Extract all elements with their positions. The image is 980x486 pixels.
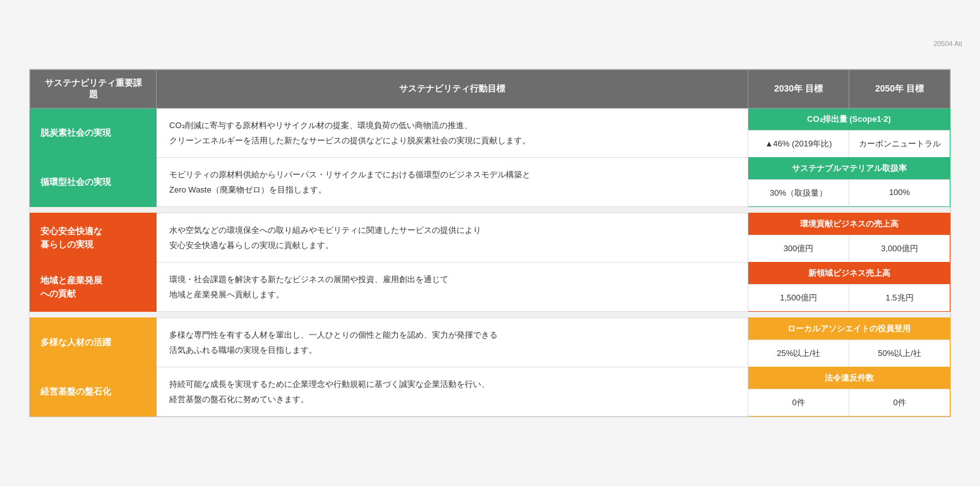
action-cell-row3: 水や空気などの環境保全への取り組みやモビリティに関連したサービスの提供により 安…	[157, 213, 748, 263]
data-row-row2: 循環型社会の実現モビリティの原材料供給からリパーパス・リサイクルまでにおける循環…	[30, 158, 950, 207]
val-2030-row3: 300億円	[748, 235, 849, 262]
val-2050-row4: 1.5兆円	[849, 284, 950, 311]
group-spacer	[30, 207, 950, 213]
issue-cell-row4: 地域と産業発展 への貢献	[30, 263, 157, 312]
issue-cell-row3: 安心安全快適な 暮らしの実現	[30, 213, 157, 263]
val-2050-row1: カーボンニュートラル	[849, 130, 950, 157]
watermark: 20504 Ati	[933, 40, 962, 47]
issue-cell-row5: 多様な人材の活躍	[30, 318, 157, 367]
val-2050-row6: 0件	[849, 389, 950, 416]
val-2030-row6: 0件	[748, 389, 849, 416]
target-label-row3: 環境貢献ビジネスの売上高	[748, 213, 950, 235]
target-cell-row6: 法令違反件数0件0件	[748, 367, 950, 417]
action-cell-row5: 多様な専門性を有する人材を輩出し、一人ひとりの個性と能力を認め、実力が発揮できる…	[157, 318, 748, 367]
action-cell-row4: 環境・社会課題を解決する新たなビジネスの展開や投資、雇用創出を通じて 地域と産業…	[157, 263, 748, 312]
target-cell-row4: 新領域ビジネス売上高1,500億円1.5兆円	[748, 263, 950, 312]
val-2050-row5: 50%以上/社	[849, 340, 950, 367]
main-table: サステナビリティ重要課題 サステナビリティ行動目標 2030年 目標 2050年…	[30, 69, 950, 417]
group-spacer	[30, 312, 950, 318]
header-col4: 2050年 目標	[849, 70, 950, 109]
val-2030-row4: 1,500億円	[748, 284, 849, 311]
val-2030-row1: ▲46% (2019年比)	[748, 130, 849, 157]
target-label-row2: サステナブルマテリアル取扱率	[748, 158, 950, 179]
target-cell-row2: サステナブルマテリアル取扱率30%（取扱量）100%	[748, 158, 950, 207]
val-2030-row5: 25%以上/社	[748, 340, 849, 367]
target-label-row4: 新領域ビジネス売上高	[748, 263, 950, 284]
target-label-row5: ローカルアソシエイトの役員登用	[748, 318, 950, 340]
header-row: サステナビリティ重要課題 サステナビリティ行動目標 2030年 目標 2050年…	[30, 70, 950, 109]
data-row-row4: 地域と産業発展 への貢献環境・社会課題を解決する新たなビジネスの展開や投資、雇用…	[30, 263, 950, 312]
issue-cell-row2: 循環型社会の実現	[30, 158, 157, 207]
header-col1: サステナビリティ重要課題	[30, 70, 157, 109]
data-row-row3: 安心安全快適な 暮らしの実現水や空気などの環境保全への取り組みやモビリティに関連…	[30, 213, 950, 263]
val-2050-row2: 100%	[849, 179, 950, 206]
val-2030-row2: 30%（取扱量）	[748, 179, 849, 206]
action-cell-row2: モビリティの原材料供給からリパーパス・リサイクルまでにおける循環型のビジネスモデ…	[157, 158, 748, 207]
val-2050-row3: 3,000億円	[849, 235, 950, 262]
sustainability-table: サステナビリティ重要課題 サステナビリティ行動目標 2030年 目標 2050年…	[29, 69, 951, 417]
action-cell-row1: CO₂削減に寄与する原材料やリサイクル材の提案、環境負荷の低い商物流の推進、 ク…	[157, 109, 748, 158]
data-row-row1: 脱炭素社会の実現CO₂削減に寄与する原材料やリサイクル材の提案、環境負荷の低い商…	[30, 109, 950, 158]
data-row-row5: 多様な人材の活躍多様な専門性を有する人材を輩出し、一人ひとりの個性と能力を認め、…	[30, 318, 950, 367]
issue-cell-row1: 脱炭素社会の実現	[30, 109, 157, 158]
target-cell-row5: ローカルアソシエイトの役員登用25%以上/社50%以上/社	[748, 318, 950, 367]
issue-cell-row6: 経営基盤の盤石化	[30, 367, 157, 417]
target-label-row6: 法令違反件数	[748, 367, 950, 389]
target-cell-row1: CO₂排出量 (Scope1·2)▲46% (2019年比)カーボンニュートラル	[748, 109, 950, 158]
action-cell-row6: 持続可能な成長を実現するために企業理念や行動規範に基づく誠実な企業活動を行い、 …	[157, 367, 748, 417]
header-col3: 2030年 目標	[748, 70, 849, 109]
target-cell-row3: 環境貢献ビジネスの売上高300億円3,000億円	[748, 213, 950, 263]
target-label-row1: CO₂排出量 (Scope1·2)	[748, 109, 950, 130]
header-col2: サステナビリティ行動目標	[157, 70, 748, 109]
data-row-row6: 経営基盤の盤石化持続可能な成長を実現するために企業理念や行動規範に基づく誠実な企…	[30, 367, 950, 417]
